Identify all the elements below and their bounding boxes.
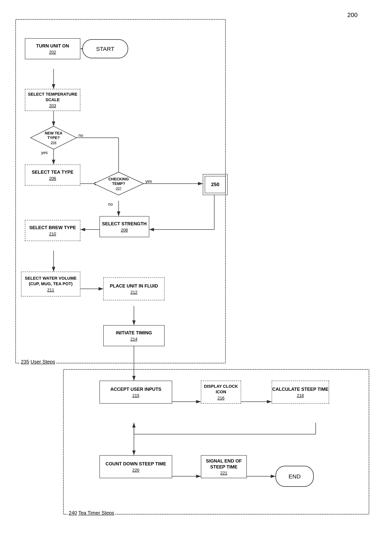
label-no-207: no	[108, 202, 113, 207]
node-208: SELECT STRENGTH 208	[99, 216, 149, 237]
node-221: SIGNAL END OF STEEP TIME 221	[201, 455, 247, 478]
end-node: END	[275, 466, 314, 487]
start-node: Start	[82, 39, 128, 58]
node-206: SELECT TEA TYPE 206	[25, 164, 80, 186]
label-yes-207: yes	[145, 179, 152, 184]
node-207-label: CHECKINGTEMP? 207	[94, 175, 144, 192]
diagram-container: 200 235 User Steps 240 Tea Timer Steps	[0, 0, 392, 535]
node-214: INITIATE TIMING 214	[103, 325, 164, 346]
node-250-inner: 250	[205, 176, 226, 193]
node-211: SELECT WATER VOLUME (CUP, MUG, TEA POT) …	[21, 272, 80, 297]
label-yes-204: yes	[41, 150, 48, 155]
node-203: SELECT TEMPERATURE SCALE 203	[25, 89, 80, 111]
tea-timer-label: 240 Tea Timer Steps	[68, 510, 115, 516]
user-steps-label: 235 User Steps	[20, 359, 56, 365]
node-216: DISPLAY CLOCK ICON 216	[201, 381, 241, 404]
label-no-204: no	[79, 133, 83, 138]
node-218: CALCULATE STEEP TIME 218	[272, 381, 329, 404]
node-215: ACCEPT USER INPUTS 215	[99, 381, 172, 404]
ref-number: 200	[347, 11, 358, 19]
node-220: COUNT DOWN STEEP TIME 220	[99, 455, 172, 478]
node-212: PLACE UNIT IN FLUID 212	[103, 277, 164, 300]
node-204-label: NEW TEATYPE? 204	[34, 130, 73, 145]
node-210: SELECT BREW TYPE 210	[25, 220, 80, 241]
node-202: TURN UNIT ON 202	[25, 38, 80, 59]
node-250-outer: 250	[203, 174, 228, 195]
